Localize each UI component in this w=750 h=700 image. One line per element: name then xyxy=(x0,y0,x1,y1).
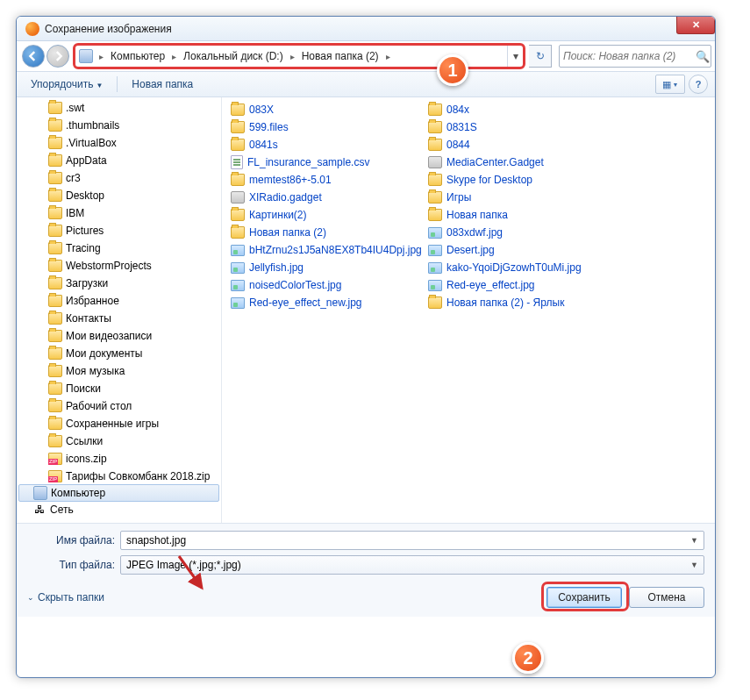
tree-item[interactable]: Рабочий стол xyxy=(17,397,221,415)
view-options-button[interactable]: ▦ ▼ xyxy=(655,75,685,94)
file-item[interactable]: Skype for Desktop xyxy=(426,171,624,189)
tree-item[interactable]: cr3 xyxy=(17,169,221,187)
tree-item[interactable]: Контакты xyxy=(17,310,221,327)
file-item[interactable]: noisedColorTest.jpg xyxy=(229,276,426,294)
file-item-label: Desert.jpg xyxy=(446,244,495,256)
file-item[interactable]: memtest86+-5.01 xyxy=(229,171,426,189)
annotation-badge-2: 2 xyxy=(512,642,544,674)
chevron-down-icon[interactable]: ▼ xyxy=(690,536,698,545)
tree-item[interactable]: WebstormProjects xyxy=(17,257,221,275)
hide-folders-toggle[interactable]: ⌄ Скрыть папки xyxy=(27,591,104,604)
file-item-label: 599.files xyxy=(249,121,289,133)
file-item[interactable]: Desert.jpg xyxy=(426,241,624,259)
tree-item[interactable]: .thumbnails xyxy=(17,117,221,134)
folder-icon xyxy=(48,347,62,360)
file-item[interactable]: Новая папка (2) - Ярлык xyxy=(426,294,624,311)
tree-item[interactable]: Мои документы xyxy=(17,345,221,362)
chevron-down-icon[interactable]: ▼ xyxy=(690,561,698,569)
file-item-label: Новая папка (2) xyxy=(249,226,326,239)
file-item-label: bHtZrnu2s1J5aN8EX8Tb4IU4Dpj.jpg xyxy=(249,244,422,256)
file-item[interactable]: 083X xyxy=(229,101,426,118)
gadget-icon xyxy=(231,191,245,204)
breadcrumb-sep-icon: ▸ xyxy=(286,52,299,61)
tree-item[interactable]: AppData xyxy=(17,152,221,169)
tree-item[interactable]: Ссылки xyxy=(17,432,221,450)
file-item[interactable]: 0841s xyxy=(229,136,426,154)
file-item[interactable]: bHtZrnu2s1J5aN8EX8Tb4IU4Dpj.jpg xyxy=(229,241,426,259)
file-item[interactable]: XIRadio.gadget xyxy=(229,189,426,206)
new-folder-button[interactable]: Новая папка xyxy=(125,75,200,94)
cancel-button[interactable]: Отмена xyxy=(629,587,704,608)
tree-item-label: Desktop xyxy=(66,189,104,202)
file-item[interactable]: 084x xyxy=(426,101,624,118)
tree-item[interactable]: Моя музыка xyxy=(17,362,221,380)
tree-item[interactable]: Загрузки xyxy=(17,275,221,292)
file-item-label: Skype for Desktop xyxy=(446,174,532,186)
forward-button[interactable] xyxy=(46,45,69,68)
folder-icon xyxy=(48,435,62,447)
network-icon: 🖧 xyxy=(32,504,46,516)
back-button[interactable] xyxy=(22,45,45,68)
tree-item[interactable]: Tracing xyxy=(17,239,221,257)
file-item[interactable]: Картинки(2) xyxy=(229,206,426,224)
file-list[interactable]: 083X599.files0841sFL_insurance_sample.cs… xyxy=(222,97,715,523)
file-item[interactable]: Новая папка xyxy=(426,206,624,224)
tree-item[interactable]: Desktop xyxy=(17,187,221,204)
file-item[interactable]: 083xdwf.jpg xyxy=(426,224,624,241)
folder-tree[interactable]: .swt.thumbnails.VirtualBoxAppDatacr3Desk… xyxy=(17,97,222,523)
tree-item[interactable]: .VirtualBox xyxy=(17,134,221,152)
tree-item[interactable]: Компьютер xyxy=(18,484,219,502)
tree-item[interactable]: Поиски xyxy=(17,380,221,397)
dialog-body: .swt.thumbnails.VirtualBoxAppDatacr3Desk… xyxy=(17,97,715,523)
file-item[interactable]: 0844 xyxy=(426,136,624,154)
address-dropdown-icon[interactable]: ▾ xyxy=(507,46,523,67)
file-item-label: 083X xyxy=(249,104,274,116)
toolbar: Упорядочить▼ Новая папка ▦ ▼ ? xyxy=(17,71,715,97)
file-item[interactable]: Red-eye_effect_new.jpg xyxy=(229,294,426,311)
file-item[interactable]: Новая папка (2) xyxy=(229,224,426,241)
organize-label: Упорядочить xyxy=(31,78,93,90)
tree-item-label: .thumbnails xyxy=(66,119,119,132)
tree-item[interactable]: Избранное xyxy=(17,292,221,310)
tree-item[interactable]: Тарифы Совкомбанк 2018.zip xyxy=(17,468,221,485)
file-item[interactable]: kako-YqoiDjGzowhT0uMi.jpg xyxy=(426,259,624,276)
filename-input[interactable]: snapshot.jpg ▼ xyxy=(120,531,704,550)
breadcrumb-item[interactable]: Локальный диск (D:) xyxy=(181,48,286,64)
file-item-label: kako-YqoiDjGzowhT0uMi.jpg xyxy=(446,261,582,274)
file-item[interactable]: Red-eye_effect.jpg xyxy=(426,276,624,294)
tree-item[interactable]: 🖧Сеть xyxy=(17,501,221,518)
folder-icon xyxy=(48,225,62,237)
tree-item[interactable]: icons.zip xyxy=(17,450,221,468)
save-dialog: Сохранение изображения ✕ ▸ Компьютер ▸ Л… xyxy=(16,16,716,678)
file-item[interactable]: 599.files xyxy=(229,118,426,136)
file-item-label: Новая папка xyxy=(446,209,508,221)
file-item[interactable]: Jellyfish.jpg xyxy=(229,259,426,276)
file-item[interactable]: Игры xyxy=(426,189,624,206)
tree-item[interactable]: Pictures xyxy=(17,222,221,239)
collapse-icon: ⌄ xyxy=(27,593,34,602)
close-button[interactable]: ✕ xyxy=(676,17,715,34)
tree-item[interactable]: Мои видеозаписи xyxy=(17,327,221,345)
search-box[interactable]: 🔍 xyxy=(559,45,711,68)
tree-item[interactable]: Сохраненные игры xyxy=(17,415,221,432)
search-input[interactable] xyxy=(563,50,696,62)
file-item[interactable]: 0831S xyxy=(426,118,624,136)
file-item-label: Jellyfish.jpg xyxy=(249,261,304,274)
organize-menu[interactable]: Упорядочить▼ xyxy=(24,75,110,94)
tree-item-label: .swt xyxy=(66,102,84,114)
breadcrumb-item[interactable]: Новая папка (2) xyxy=(299,48,382,64)
file-item-label: 0841s xyxy=(249,139,278,151)
file-item[interactable]: MediaCenter.Gadget xyxy=(426,154,624,171)
breadcrumb-item[interactable]: Компьютер xyxy=(108,48,168,64)
refresh-button[interactable]: ↻ xyxy=(529,45,552,68)
toolbar-separator xyxy=(117,76,118,92)
file-item-label: 083xdwf.jpg xyxy=(446,226,503,239)
tree-item[interactable]: .swt xyxy=(17,99,221,117)
file-item-label: Игры xyxy=(446,191,471,204)
folder-icon xyxy=(48,365,62,377)
filetype-label: Тип файла: xyxy=(27,559,115,571)
save-button[interactable]: Сохранить xyxy=(546,587,622,608)
tree-item[interactable]: IBM xyxy=(17,204,221,222)
help-button[interactable]: ? xyxy=(689,75,708,94)
file-item[interactable]: FL_insurance_sample.csv xyxy=(229,154,426,171)
